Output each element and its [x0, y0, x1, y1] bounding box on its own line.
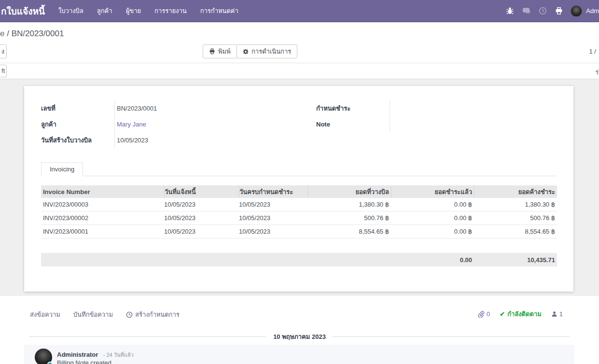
field-number-value[interactable]: BN/2023/0001: [114, 100, 299, 116]
cell-invoice-date: 10/05/2023: [164, 214, 239, 222]
table-row[interactable]: INV/2023/00002 10/05/2023 10/05/2023 500…: [41, 211, 557, 225]
activities-clock-icon[interactable]: [538, 6, 547, 16]
cell-invoice-number: INV/2023/00003: [41, 201, 164, 208]
divider-line: [333, 336, 570, 337]
message-author-avatar[interactable]: [35, 349, 52, 364]
chatter-buttons: ส่งข้อความ บันทึกข้อความ สร้างกำหนดการ: [30, 309, 180, 320]
cell-residual-amount: 8,554.65 ฿: [474, 228, 557, 235]
cell-residual-amount: 1,380.30 ฿: [474, 201, 557, 208]
table-row[interactable]: INV/2023/00003 10/05/2023 10/05/2023 1,3…: [41, 198, 557, 211]
message-author[interactable]: Administrator: [57, 351, 98, 358]
breadcrumb-parent[interactable]: e: [0, 29, 4, 38]
following-label: กำลังติดตาม: [507, 309, 542, 319]
followers-button[interactable]: 1: [551, 310, 563, 318]
field-group-left: เลขที่ BN/2023/0001 ลูกค้า Mary Jane วัน…: [41, 100, 299, 148]
form-sheet: เลขที่ BN/2023/0001 ลูกค้า Mary Jane วัน…: [24, 86, 573, 292]
field-customer-label: ลูกค้า: [41, 119, 114, 129]
field-customer-value[interactable]: Mary Jane: [114, 116, 299, 132]
print-button-label: พิมพ์: [218, 46, 231, 56]
status-stage-draft[interactable]: ร่าง: [595, 67, 599, 77]
left-edge-cut-button-label: ง: [1, 46, 4, 56]
actions-button-label: การดำเนินการ: [251, 46, 291, 56]
log-note-button[interactable]: บันทึกข้อความ: [73, 309, 113, 320]
attachments-button[interactable]: 0: [477, 310, 490, 318]
field-note-value[interactable]: [390, 116, 557, 132]
follower-count: 1: [559, 310, 563, 318]
left-edge-cut-widget[interactable]: ft: [0, 65, 7, 77]
col-residual-amount[interactable]: ยอดค้างชำระ: [474, 185, 557, 198]
date-divider: 10 พฤษภาคม 2023: [29, 333, 570, 340]
notebook-tabs: Invoicing: [41, 162, 557, 176]
cell-paid-amount: 0.00 ฿: [391, 228, 474, 235]
chatter-topbar-right: 0 ✔ กำลังติดตาม 1: [477, 309, 563, 319]
actions-button[interactable]: การดำเนินการ: [237, 44, 297, 58]
field-group-right: กำหนดชำระ Note: [316, 100, 557, 132]
table-row[interactable]: INV/2023/00001 10/05/2023 10/05/2023 8,5…: [41, 225, 557, 238]
user-name[interactable]: Adm: [586, 7, 599, 14]
col-invoice-number[interactable]: Invoice Number: [41, 188, 164, 196]
menu-configuration[interactable]: การกำหนดค่า: [194, 0, 245, 22]
menu-vendors[interactable]: ผู้ขาย: [119, 0, 148, 22]
app-title[interactable]: กใบแจ้งหนี้: [1, 4, 45, 18]
printer-icon: [209, 48, 215, 55]
left-edge-cut-widget-label: ft: [1, 68, 5, 74]
col-paid-amount[interactable]: ยอดชำระแล้ว: [391, 185, 474, 198]
cell-invoice-date: 10/05/2023: [164, 228, 239, 235]
invoice-lines-table: Invoice Number วันที่แจ้งหนี้ วันครบกำหน…: [41, 185, 557, 238]
table-totals-row: 0.00 10,435.71: [41, 253, 557, 266]
col-billed-amount[interactable]: ยอดที่วางบิล: [307, 185, 391, 198]
print-tray-icon[interactable]: [554, 6, 564, 16]
field-due-date: กำหนดชำระ: [316, 100, 557, 116]
cell-paid-amount: 0.00 ฿: [391, 214, 474, 222]
form-statusbar: ft ร่าง: [0, 63, 599, 79]
field-create-date-value[interactable]: 10/05/2023: [114, 132, 299, 148]
field-create-date-label: วันที่สร้างใบวางบิล: [41, 135, 114, 145]
field-note-label: Note: [316, 121, 390, 128]
cell-due-date: 10/05/2023: [239, 201, 307, 208]
main-menu: ใบวางบิล ลูกค้า ผู้ขาย การรายงาน การกำหน…: [52, 0, 245, 22]
cell-billed-amount: 500.76 ฿: [307, 214, 391, 222]
top-navbar: กใบแจ้งหนี้ ใบวางบิล ลูกค้า ผู้ขาย การรา…: [0, 0, 599, 22]
field-note: Note: [316, 116, 557, 132]
messages-icon[interactable]: [521, 6, 531, 16]
divider-date-label: 10 พฤษภาคม 2023: [273, 332, 326, 342]
tab-invoicing[interactable]: Invoicing: [41, 162, 83, 177]
left-edge-cut-button[interactable]: ง: [0, 44, 7, 58]
gear-icon: [243, 49, 249, 55]
divider-line: [29, 336, 266, 337]
user-avatar[interactable]: [571, 5, 582, 17]
col-invoice-date[interactable]: วันที่แจ้งหนี้: [164, 185, 239, 198]
cell-due-date: 10/05/2023: [239, 214, 307, 222]
cell-billed-amount: 8,554.65 ฿: [307, 228, 391, 235]
breadcrumb-separator: /: [7, 29, 9, 38]
cell-billed-amount: 1,380.30 ฿: [307, 201, 391, 208]
form-view-background: เลขที่ BN/2023/0001 ลูกค้า Mary Jane วัน…: [0, 79, 599, 296]
person-icon: [551, 311, 557, 317]
field-number: เลขที่ BN/2023/0001: [41, 100, 299, 116]
field-due-date-value[interactable]: [390, 100, 557, 116]
menu-customers[interactable]: ลูกค้า: [90, 0, 119, 22]
cell-invoice-number: INV/2023/00001: [41, 228, 164, 235]
schedule-activity-button[interactable]: สร้างกำหนดการ: [126, 309, 180, 320]
col-due-date[interactable]: วันครบกำหนดชำระ: [239, 185, 307, 198]
print-button[interactable]: พิมพ์: [203, 44, 237, 58]
schedule-activity-label: สร้างกำหนดการ: [135, 309, 180, 320]
total-residual: 10,435.71: [474, 256, 557, 264]
record-pager[interactable]: 1 /: [589, 48, 596, 55]
systray: Adm: [505, 5, 599, 17]
breadcrumb: e / BN/2023/0001: [0, 29, 64, 39]
cell-residual-amount: 500.76 ฿: [474, 214, 557, 222]
check-icon: ✔: [500, 310, 505, 318]
chatter-message: Administrator - 24 วันที่แล้ว Billing No…: [24, 345, 574, 364]
table-header-row: Invoice Number วันที่แจ้งหนี้ วันครบกำหน…: [41, 185, 557, 198]
chatter: ส่งข้อความ บันทึกข้อความ สร้างกำหนดการ 0: [0, 296, 599, 364]
menu-billing-note[interactable]: ใบวางบิล: [52, 0, 90, 22]
field-due-date-label: กำหนดชำระ: [316, 103, 390, 113]
bug-icon[interactable]: [505, 6, 515, 16]
menu-reporting[interactable]: การรายงาน: [148, 0, 194, 22]
cell-paid-amount: 0.00 ฿: [391, 201, 474, 208]
send-message-button[interactable]: ส่งข้อความ: [30, 309, 60, 320]
cell-invoice-number: INV/2023/00002: [41, 214, 164, 222]
following-button[interactable]: ✔ กำลังติดตาม: [500, 309, 542, 319]
cell-invoice-date: 10/05/2023: [164, 201, 239, 208]
